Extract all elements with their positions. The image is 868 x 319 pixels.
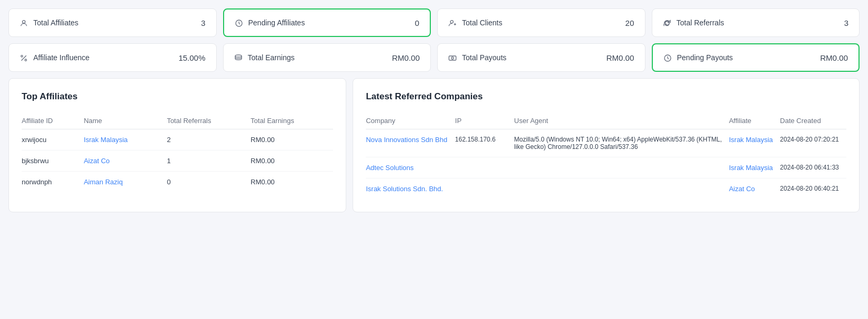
company-ip-cell [455,157,514,179]
stat-total-payouts: Total Payouts RM0.00 [437,43,645,72]
clock-icon [235,18,243,27]
clock-icon [663,53,672,62]
latest-companies-panel: Latest Referred Companies Company IP Use… [353,78,860,212]
top-affiliates-panel: Top Affiliates Affiliate ID Name Total R… [8,78,346,212]
svg-point-8 [451,57,454,59]
company-name-cell[interactable]: Nova Innovations Sdn Bhd [366,129,455,157]
col-total-earnings: Total Earnings [251,112,333,129]
affiliate-id-cell: bjksbrwu [22,151,84,172]
company-date-cell: 2024-08-20 06:41:33 [780,157,846,179]
company-affiliate-cell[interactable]: Israk Malaysia [729,129,780,157]
stat-value: RM0.00 [820,53,848,62]
affiliate-name-cell[interactable]: Aiman Raziq [84,172,167,193]
company-affiliate-cell[interactable]: Israk Malaysia [729,157,780,179]
stat-total-referrals: Total Referrals 3 [652,8,860,37]
stat-label: Total Earnings [248,53,295,62]
stat-affiliate-influence: Affiliate Influence 15.00% [8,43,217,72]
stat-value: 15.00% [179,53,206,62]
company-useragent-cell [514,157,729,179]
table-row: Adtec Solutions Israk Malaysia 2024-08-2… [366,157,846,179]
svg-rect-7 [449,56,456,60]
col-date-created: Date Created [780,112,846,129]
col-total-referrals: Total Referrals [167,112,251,129]
affiliates-table: Affiliate ID Name Total Referrals Total … [22,112,333,192]
col-user-agent: User Agent [514,112,729,129]
affiliate-earnings-cell: RM0.00 [251,172,333,193]
affiliate-earnings-cell: RM0.00 [251,129,333,151]
refresh-icon [663,18,671,27]
stat-label: Total Affiliates [33,18,78,27]
stats-row-1: Total Affiliates 3 Pending Affiliates 0 … [8,8,860,37]
stat-label: Total Payouts [462,53,506,62]
stat-label: Total Clients [462,18,502,27]
affiliate-referrals-cell: 0 [167,172,251,193]
percent-icon [20,53,28,62]
company-useragent-cell: Mozilla/5.0 (Windows NT 10.0; Win64; x64… [514,129,729,157]
col-ip: IP [455,112,514,129]
company-ip-cell: 162.158.170.6 [455,129,514,157]
stat-left: Pending Affiliates [235,18,305,27]
stat-left: Pending Payouts [663,53,733,62]
stat-left: Total Referrals [663,18,724,27]
stat-pending-affiliates: Pending Affiliates 0 [223,8,431,37]
companies-table: Company IP User Agent Affiliate Date Cre… [366,112,846,199]
svg-point-5 [25,59,26,61]
col-company: Company [366,112,455,129]
company-useragent-cell [514,179,729,200]
stat-label: Pending Affiliates [248,18,305,27]
stat-pending-payouts: Pending Payouts RM0.00 [652,43,860,72]
affiliate-id-cell: xrwijocu [22,129,84,151]
company-affiliate-cell[interactable]: Aizat Co [729,179,780,200]
svg-point-0 [22,20,25,23]
svg-line-3 [21,55,26,60]
table-row: Israk Solutions Sdn. Bhd. Aizat Co 2024-… [366,179,846,200]
affiliate-name-cell[interactable]: Israk Malaysia [84,129,167,151]
stat-left: Total Earnings [234,53,295,62]
affiliate-name-cell[interactable]: Aizat Co [84,151,167,172]
stat-value: 0 [415,18,419,27]
stat-left: Affiliate Influence [20,53,89,62]
stat-value: 3 [844,18,848,27]
stat-total-earnings: Total Earnings RM0.00 [223,43,431,72]
top-affiliates-title: Top Affiliates [22,91,333,102]
stats-row-2: Affiliate Influence 15.00% Total Earning… [8,43,860,72]
stat-left: Total Payouts [448,53,506,62]
affiliate-referrals-cell: 1 [167,151,251,172]
stack-icon [234,53,243,62]
company-name-cell[interactable]: Israk Solutions Sdn. Bhd. [366,179,455,200]
table-row: norwdnph Aiman Raziq 0 RM0.00 [22,172,333,193]
person-add-icon [448,18,457,27]
col-affiliate-id: Affiliate ID [22,112,84,129]
company-ip-cell [455,179,514,200]
person-icon [20,18,28,27]
table-row: Nova Innovations Sdn Bhd 162.158.170.6 M… [366,129,846,157]
bottom-panels: Top Affiliates Affiliate ID Name Total R… [8,78,860,212]
company-date-cell: 2024-08-20 07:20:21 [780,129,846,157]
stat-label: Total Referrals [677,18,724,27]
stat-left: Total Clients [448,18,502,27]
money-icon [448,53,457,62]
affiliate-earnings-cell: RM0.00 [251,151,333,172]
latest-companies-title: Latest Referred Companies [366,91,846,102]
stat-total-clients: Total Clients 20 [437,8,645,37]
stat-value: 3 [201,18,205,27]
affiliate-id-cell: norwdnph [22,172,84,193]
stat-label: Pending Payouts [677,53,733,62]
svg-point-6 [235,55,242,57]
stat-left: Total Affiliates [20,18,78,27]
affiliate-referrals-cell: 2 [167,129,251,151]
company-date-cell: 2024-08-20 06:40:21 [780,179,846,200]
company-name-cell[interactable]: Adtec Solutions [366,157,455,179]
stat-value: RM0.00 [606,53,634,62]
table-row: xrwijocu Israk Malaysia 2 RM0.00 [22,129,333,151]
stat-total-affiliates: Total Affiliates 3 [8,8,217,37]
col-affiliate: Affiliate [729,112,780,129]
svg-point-2 [450,20,453,23]
stat-value: 20 [625,18,634,27]
stat-value: RM0.00 [392,53,420,62]
table-row: bjksbrwu Aizat Co 1 RM0.00 [22,151,333,172]
stat-label: Affiliate Influence [33,53,89,62]
col-name: Name [84,112,167,129]
svg-point-4 [21,55,23,57]
